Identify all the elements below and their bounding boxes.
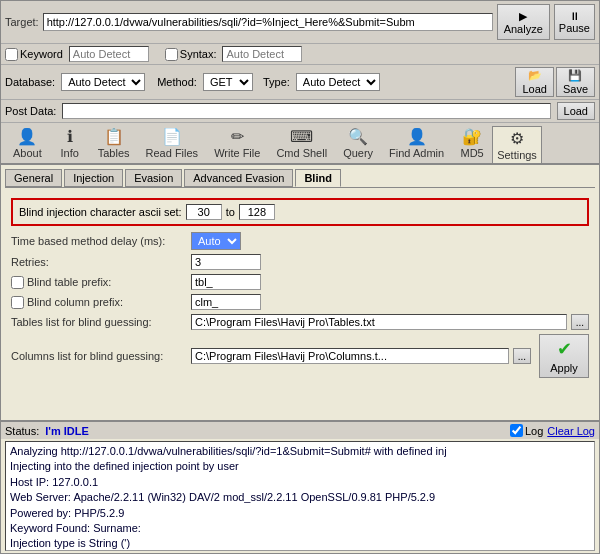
log-line: Injecting into the defined injection poi…: [10, 459, 590, 474]
toolbar-item-cmd-shell[interactable]: ⌨ Cmd Shell: [268, 125, 335, 161]
tab-blind[interactable]: Blind: [295, 169, 341, 187]
column-prefix-row: Blind column prefix:: [11, 294, 589, 310]
settings-tabs: General Injection Evasion Advanced Evasi…: [5, 169, 595, 188]
toolbar-label-find-admin: Find Admin: [389, 147, 444, 159]
keyword-checkbox-label[interactable]: Keyword: [5, 48, 63, 61]
database-label: Database:: [5, 76, 55, 88]
toolbar-label-settings: Settings: [497, 149, 537, 161]
table-prefix-label: Blind table prefix:: [27, 276, 111, 288]
syntax-checkbox[interactable]: [165, 48, 178, 61]
write-file-icon: ✏: [231, 127, 244, 146]
toolbar-label-md5: MD5: [461, 147, 484, 159]
target-bar: Target: ▶ Analyze ⏸ Pause: [1, 1, 599, 44]
status-value: I'm IDLE: [45, 425, 89, 437]
ascii-to-label: to: [226, 206, 235, 218]
tables-list-input[interactable]: [191, 314, 567, 330]
method-label: Method:: [157, 76, 197, 88]
column-prefix-label: Blind column prefix:: [27, 296, 123, 308]
keyword-label: Keyword: [20, 48, 63, 60]
method-select[interactable]: GET: [203, 73, 253, 91]
columns-list-row: Columns list for blind guessing: ... ✔ A…: [11, 334, 589, 378]
db-method-row: Database: Auto Detect Method: GET Type: …: [1, 65, 599, 100]
database-select[interactable]: Auto Detect: [61, 73, 145, 91]
tables-list-label: Tables list for blind guessing:: [11, 316, 191, 328]
column-prefix-checkbox[interactable]: [11, 296, 24, 309]
log-line: Host IP: 127.0.0.1: [10, 475, 590, 490]
apply-icon: ✔: [557, 338, 572, 360]
tables-browse-button[interactable]: ...: [571, 314, 589, 330]
toolbar-item-tables[interactable]: 📋 Tables: [90, 125, 138, 161]
toolbar-item-write-file[interactable]: ✏ Write File: [206, 125, 268, 161]
analyze-button[interactable]: ▶ Analyze: [497, 4, 550, 40]
ascii-from-input[interactable]: [186, 204, 222, 220]
status-bar: Status: I'm IDLE Log Clear Log: [1, 420, 599, 439]
post-data-row: Post Data: Load: [1, 100, 599, 123]
analyze-icon: ▶: [519, 10, 527, 23]
load-icon: 📂: [528, 69, 542, 82]
tab-advanced-evasion[interactable]: Advanced Evasion: [184, 169, 293, 187]
syntax-checkbox-label[interactable]: Syntax:: [165, 48, 217, 61]
toolbar-item-query[interactable]: 🔍 Query: [335, 125, 381, 161]
pause-icon: ⏸: [569, 10, 580, 22]
type-label: Type:: [263, 76, 290, 88]
log-label: Log: [525, 425, 543, 437]
blind-settings-panel: Blind injection character ascii set: to …: [5, 192, 595, 416]
toolbar-item-read-files[interactable]: 📄 Read Files: [138, 125, 207, 161]
load-small-button[interactable]: Load: [557, 102, 595, 120]
delay-label: Time based method delay (ms):: [11, 235, 191, 247]
ascii-set-section: Blind injection character ascii set: to: [11, 198, 589, 226]
info-icon: ℹ: [67, 127, 73, 146]
log-area[interactable]: Analyzing http://127.0.0.1/dvwa/vulnerab…: [5, 441, 595, 551]
log-checkbox[interactable]: [510, 424, 523, 437]
clear-log-button[interactable]: Clear Log: [547, 425, 595, 437]
find-admin-icon: 👤: [407, 127, 427, 146]
syntax-input[interactable]: [222, 46, 302, 62]
save-button[interactable]: 💾 Save: [556, 67, 595, 97]
read-files-icon: 📄: [162, 127, 182, 146]
type-select[interactable]: Auto Detect: [296, 73, 380, 91]
table-prefix-input[interactable]: [191, 274, 261, 290]
toolbar-item-md5[interactable]: 🔐 MD5: [452, 125, 492, 161]
tables-list-row: Tables list for blind guessing: ...: [11, 314, 589, 330]
table-prefix-label-row: Blind table prefix:: [11, 276, 191, 289]
ascii-to-input[interactable]: [239, 204, 275, 220]
post-data-input[interactable]: [62, 103, 550, 119]
apply-label: Apply: [550, 362, 578, 374]
apply-button[interactable]: ✔ Apply: [539, 334, 589, 378]
retries-input[interactable]: [191, 254, 261, 270]
log-line: Web Server: Apache/2.2.11 (Win32) DAV/2 …: [10, 490, 590, 505]
tab-evasion[interactable]: Evasion: [125, 169, 182, 187]
load-button[interactable]: 📂 Load: [515, 67, 553, 97]
syntax-label: Syntax:: [180, 48, 217, 60]
tables-icon: 📋: [104, 127, 124, 146]
tab-general[interactable]: General: [5, 169, 62, 187]
toolbar: 👤 About ℹ Info 📋 Tables 📄 Read Files ✏ W…: [1, 123, 599, 165]
toolbar-label-info: Info: [61, 147, 79, 159]
target-input[interactable]: [43, 13, 493, 31]
delay-select[interactable]: Auto: [191, 232, 241, 250]
log-checkbox-label[interactable]: Log: [510, 424, 543, 437]
about-icon: 👤: [17, 127, 37, 146]
column-prefix-input[interactable]: [191, 294, 261, 310]
retries-row: Retries:: [11, 254, 589, 270]
toolbar-item-info[interactable]: ℹ Info: [50, 125, 90, 161]
keyword-checkbox[interactable]: [5, 48, 18, 61]
toolbar-label-write-file: Write File: [214, 147, 260, 159]
toolbar-label-cmd-shell: Cmd Shell: [276, 147, 327, 159]
pause-button[interactable]: ⏸ Pause: [554, 4, 595, 40]
toolbar-label-read-files: Read Files: [146, 147, 199, 159]
toolbar-item-settings[interactable]: ⚙ Settings: [492, 126, 542, 163]
toolbar-label-query: Query: [343, 147, 373, 159]
toolbar-item-about[interactable]: 👤 About: [5, 125, 50, 161]
keyword-input[interactable]: [69, 46, 149, 62]
tab-injection[interactable]: Injection: [64, 169, 123, 187]
toolbar-item-find-admin[interactable]: 👤 Find Admin: [381, 125, 452, 161]
retries-label: Retries:: [11, 256, 191, 268]
settings-icon: ⚙: [510, 129, 524, 148]
table-prefix-checkbox[interactable]: [11, 276, 24, 289]
save-icon: 💾: [568, 69, 582, 82]
status-right: Log Clear Log: [510, 424, 595, 437]
columns-browse-button[interactable]: ...: [513, 348, 531, 364]
md5-icon: 🔐: [462, 127, 482, 146]
columns-list-input[interactable]: [191, 348, 509, 364]
